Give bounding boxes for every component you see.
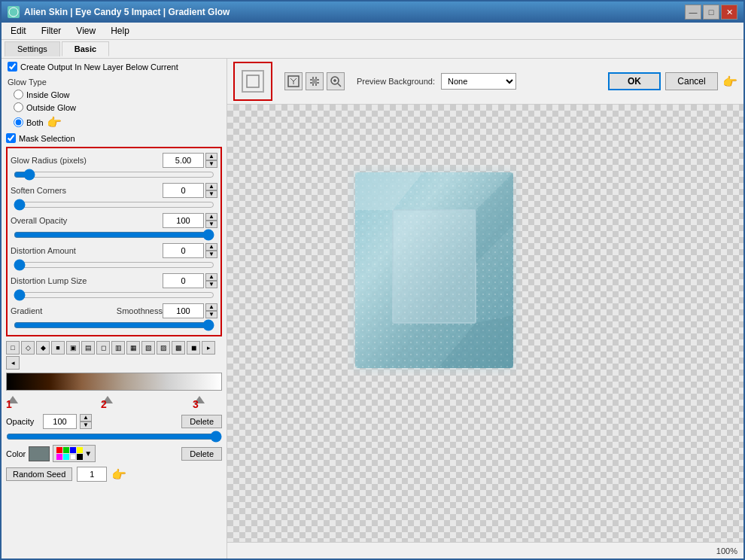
preview-background-select[interactable]: None White Black Checkered — [441, 73, 516, 90]
color-delete-button[interactable]: Delete — [181, 447, 222, 461]
grad-tool-1[interactable]: □ — [6, 341, 20, 355]
overall-opacity-slider[interactable] — [14, 230, 214, 240]
distortion-lump-input[interactable] — [163, 273, 204, 288]
grad-tool-5[interactable]: ▣ — [66, 341, 80, 355]
maximize-button[interactable]: □ — [703, 5, 719, 20]
preview-tools — [284, 72, 345, 90]
menubar: Edit Filter View Help — [2, 23, 743, 40]
menu-view[interactable]: View — [70, 24, 102, 38]
outside-glow-radio[interactable] — [14, 102, 23, 112]
grad-tool-11[interactable]: ▨ — [157, 341, 170, 355]
smoothness-input[interactable] — [163, 303, 204, 318]
smoothness-slider-container — [11, 320, 217, 332]
smoothness-slider[interactable] — [14, 320, 214, 330]
overall-opacity-down[interactable]: ▼ — [205, 221, 217, 228]
close-button[interactable]: ✕ — [721, 5, 737, 20]
grad-tool-14[interactable]: ▸ — [202, 341, 215, 355]
window-title: Alien Skin | Eye Candy 5 Impact | Gradie… — [24, 7, 230, 17]
distortion-amount-label: Distortion Amount — [11, 246, 163, 255]
create-output-label: Create Output In New Layer Below Current — [20, 62, 178, 72]
zoom-fit-button[interactable] — [284, 72, 303, 90]
soften-corners-input-group: ▲ ▼ — [163, 183, 217, 198]
glow-radius-down[interactable]: ▼ — [205, 160, 217, 168]
gradient-bar[interactable] — [6, 373, 222, 391]
minimize-button[interactable]: — — [685, 5, 701, 20]
zoom-button[interactable] — [327, 72, 345, 90]
distortion-lump-slider[interactable] — [14, 290, 214, 300]
soften-corners-down[interactable]: ▼ — [205, 190, 217, 198]
opacity-up[interactable]: ▲ — [80, 414, 92, 422]
opacity-input[interactable] — [43, 414, 77, 429]
grad-tool-6[interactable]: ▤ — [81, 341, 95, 355]
menu-edit[interactable]: Edit — [5, 24, 32, 38]
glow-radius-slider[interactable] — [14, 169, 214, 180]
palette-yellow — [77, 447, 83, 453]
preview-image — [348, 165, 521, 376]
menu-help[interactable]: Help — [105, 24, 135, 38]
distortion-amount-input[interactable] — [163, 243, 204, 258]
soften-corners-spinners: ▲ ▼ — [205, 183, 217, 198]
left-panel: Create Output In New Layer Below Current… — [2, 59, 227, 558]
grad-tool-7[interactable]: ◻ — [96, 341, 110, 355]
grad-tool-9[interactable]: ▦ — [126, 341, 140, 355]
color-row: Color ▼ Delete — [2, 443, 227, 464]
inside-glow-radio[interactable] — [14, 90, 23, 99]
mask-selection-label: Mask Selection — [19, 134, 75, 143]
color-swatch[interactable] — [29, 446, 50, 461]
mask-selection-checkbox[interactable] — [6, 133, 16, 143]
canvas-area[interactable] — [227, 105, 743, 542]
grad-tool-3[interactable]: ◆ — [36, 341, 50, 355]
overall-opacity-input-group: ▲ ▼ — [163, 213, 217, 228]
svg-rect-7 — [312, 79, 317, 84]
overall-opacity-up[interactable]: ▲ — [205, 213, 217, 221]
distortion-amount-down[interactable]: ▼ — [205, 251, 217, 258]
smoothness-spinners: ▲ ▼ — [205, 303, 217, 318]
smoothness-down[interactable]: ▼ — [205, 311, 217, 318]
glow-radius-input[interactable] — [163, 153, 204, 168]
both-glow-row: Both 👉 — [2, 114, 227, 131]
overall-opacity-row: Overall Opacity ▲ ▼ — [11, 212, 217, 230]
glow-radius-up[interactable]: ▲ — [205, 153, 217, 160]
svg-rect-4 — [242, 71, 263, 92]
soften-corners-slider[interactable] — [14, 199, 214, 210]
distortion-amount-up[interactable]: ▲ — [205, 243, 217, 251]
create-output-checkbox[interactable] — [8, 62, 17, 72]
soften-corners-input[interactable] — [163, 183, 204, 198]
grad-tool-15[interactable]: ◂ — [6, 356, 20, 370]
grad-tool-13[interactable]: ◼ — [187, 341, 200, 355]
cancel-button[interactable]: Cancel — [665, 72, 718, 90]
main-content: Create Output In New Layer Below Current… — [2, 59, 743, 558]
soften-corners-label: Soften Corners — [11, 186, 163, 195]
palette-green — [63, 447, 69, 453]
smoothness-up[interactable]: ▲ — [205, 303, 217, 311]
grad-tool-4[interactable]: ■ — [51, 341, 65, 355]
grad-tool-10[interactable]: ▧ — [141, 341, 155, 355]
both-arrow-icon: 👉 — [47, 115, 62, 129]
ok-button[interactable]: OK — [608, 72, 661, 90]
overall-opacity-input[interactable] — [163, 213, 204, 228]
grad-tool-2[interactable]: ◇ — [21, 341, 35, 355]
distortion-amount-slider[interactable] — [14, 260, 214, 270]
distortion-lump-down[interactable]: ▼ — [205, 281, 217, 288]
pan-button[interactable] — [306, 72, 324, 90]
grad-tool-12[interactable]: ▩ — [172, 341, 185, 355]
random-seed-button[interactable]: Random Seed — [6, 467, 72, 481]
distortion-lump-up[interactable]: ▲ — [205, 273, 217, 281]
tab-basic[interactable]: Basic — [62, 41, 109, 56]
ok-cancel-group: OK Cancel 👉 — [608, 72, 737, 90]
opacity-slider[interactable] — [6, 431, 222, 442]
distortion-lump-slider-container — [11, 290, 217, 302]
seed-input[interactable] — [77, 467, 107, 482]
grad-tool-8[interactable]: ▥ — [111, 341, 125, 355]
tab-settings[interactable]: Settings — [5, 41, 60, 56]
palette-cyan — [63, 454, 69, 460]
glow-type-label: Glow Type — [2, 75, 227, 88]
opacity-delete-button[interactable]: Delete — [181, 415, 222, 428]
both-glow-radio[interactable] — [14, 117, 23, 127]
distortion-lump-label: Distortion Lump Size — [11, 276, 163, 285]
opacity-down[interactable]: ▼ — [80, 422, 92, 429]
color-palette-button[interactable]: ▼ — [53, 445, 96, 462]
menu-filter[interactable]: Filter — [35, 24, 68, 38]
smoothness-label: Smoothness — [87, 306, 163, 315]
soften-corners-up[interactable]: ▲ — [205, 183, 217, 190]
